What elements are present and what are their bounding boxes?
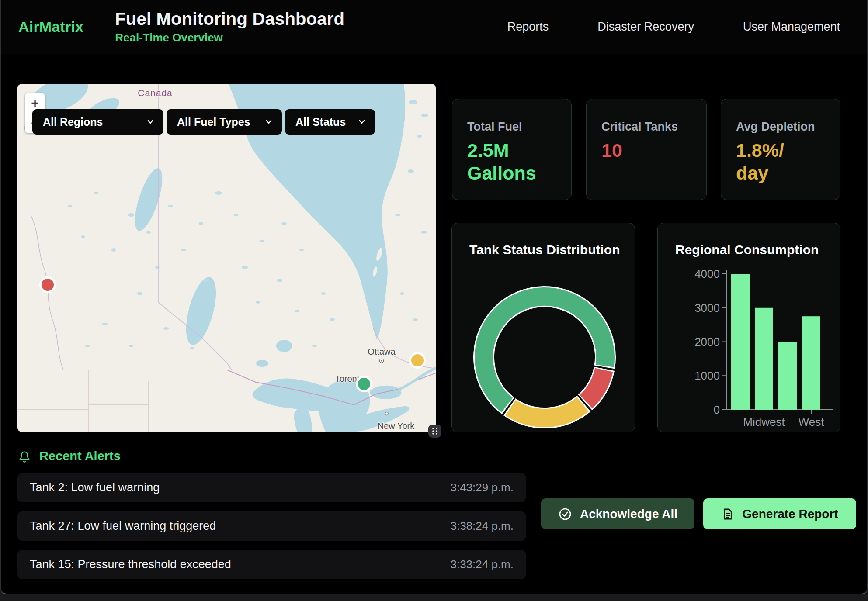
map-lake <box>256 360 268 367</box>
bar-2[interactable] <box>755 308 773 410</box>
regional-consumption-bar-chart[interactable]: 01000200030004000MidwestWest <box>658 223 841 433</box>
fuel-map[interactable]: Canada Ottawa Toronto New York + − All R… <box>17 84 436 432</box>
map-resize-handle[interactable] <box>428 425 441 438</box>
stat-card-total-fuel: Total Fuel 2.5M Gallons <box>452 99 572 200</box>
y-tick-label: 3000 <box>694 301 720 314</box>
alerts-header: Recent Alerts <box>18 449 121 463</box>
stat-card-critical-tanks: Critical Tanks 10 <box>586 99 707 200</box>
y-tick-label: 1000 <box>694 369 720 382</box>
acknowledge-all-label: Acknowledge All <box>580 507 677 521</box>
alert-message: Tank 2: Low fuel warning <box>30 481 160 494</box>
donut-chart-title: Tank Status Distribution <box>469 242 620 257</box>
map-marker-warning[interactable] <box>410 353 425 368</box>
brand-logo[interactable]: AirMatrix <box>18 18 83 35</box>
map-filter-bar: All Regions All Fuel Types All Status <box>32 109 375 135</box>
x-tick-label: West <box>799 415 825 428</box>
stat-label: Critical Tanks <box>601 120 692 134</box>
chevron-down-icon <box>264 117 273 126</box>
acknowledge-all-button[interactable]: Acknowledge All <box>541 498 694 529</box>
generate-report-label: Generate Report <box>742 507 838 521</box>
chevron-down-icon <box>146 117 155 126</box>
stat-value: 10 <box>601 139 682 162</box>
stat-label: Avg Depletion <box>736 120 826 134</box>
header: AirMatrix Fuel Monitoring Dashboard Real… <box>1 0 867 54</box>
check-circle-icon <box>558 507 572 521</box>
nav-user-management[interactable]: User Management <box>743 20 840 34</box>
map-marker-normal[interactable] <box>357 377 372 391</box>
bell-icon <box>18 450 31 463</box>
stat-value: 2.5M Gallons <box>467 139 548 185</box>
status-filter-dropdown[interactable]: All Status <box>285 109 375 135</box>
y-tick-label: 0 <box>714 403 720 416</box>
map-canvas[interactable]: Canada Ottawa Toronto New York <box>17 84 436 432</box>
fuel-type-filter-dropdown[interactable]: All Fuel Types <box>167 109 282 135</box>
map-marker-critical[interactable] <box>41 278 55 292</box>
map-label-new-york: New York <box>378 421 415 431</box>
bar-1[interactable] <box>731 274 750 410</box>
stat-label: Total Fuel <box>467 120 557 134</box>
status-filter-value: All Status <box>295 116 346 128</box>
chevron-down-icon <box>358 117 366 126</box>
page-title: Fuel Monitoring Dashboard <box>115 9 344 29</box>
alert-timestamp: 3:38:24 p.m. <box>450 519 514 533</box>
new-york-town-icon <box>385 412 389 415</box>
region-filter-value: All Regions <box>43 116 103 128</box>
alert-row[interactable]: Tank 15: Pressure threshold exceeded 3:3… <box>17 550 526 579</box>
nav-disaster-recovery[interactable]: Disaster Recovery <box>597 20 694 34</box>
bar-3[interactable] <box>778 342 797 410</box>
main-nav: Reports Disaster Recovery User Managemen… <box>507 20 867 34</box>
stat-card-avg-depletion: Avg Depletion 1.8%/ day <box>721 99 840 200</box>
nav-reports[interactable]: Reports <box>507 20 549 34</box>
dashboard-panel: AirMatrix Fuel Monitoring Dashboard Real… <box>0 0 868 594</box>
tank-status-card: Tank Status Distribution <box>451 223 635 432</box>
x-tick-label: Midwest <box>743 415 785 428</box>
alert-message: Tank 27: Low fuel warning triggered <box>30 519 216 533</box>
page-subtitle: Real-Time Overview <box>115 31 344 45</box>
map-label-ottawa: Ottawa <box>368 347 396 356</box>
donut-slice-yellow[interactable] <box>510 404 583 418</box>
bar-4[interactable] <box>802 316 820 410</box>
alert-message: Tank 15: Pressure threshold exceeded <box>30 558 231 571</box>
alert-timestamp: 3:33:24 p.m. <box>450 558 514 571</box>
alert-timestamp: 3:43:29 p.m. <box>450 481 514 494</box>
alerts-title: Recent Alerts <box>39 449 121 463</box>
map-label-canada: Canada <box>138 88 173 98</box>
donut-slice-red[interactable] <box>586 370 604 401</box>
tank-status-donut-chart[interactable] <box>471 284 618 431</box>
y-tick-label: 2000 <box>694 335 720 349</box>
map-lake <box>276 340 292 352</box>
fuel-type-filter-value: All Fuel Types <box>177 116 250 128</box>
region-filter-dropdown[interactable]: All Regions <box>32 109 163 135</box>
stat-value: 1.8%/ day <box>736 139 817 185</box>
report-document-icon <box>721 508 734 521</box>
ottawa-town-dot <box>381 360 382 362</box>
alert-row[interactable]: Tank 2: Low fuel warning 3:43:29 p.m. <box>17 473 526 502</box>
alert-row[interactable]: Tank 27: Low fuel warning triggered 3:38… <box>17 511 526 541</box>
title-block: Fuel Monitoring Dashboard Real-Time Over… <box>115 9 344 45</box>
regional-consumption-card: Regional Consumption 01000200030004000Mi… <box>657 223 840 432</box>
y-tick-label: 4000 <box>694 267 720 280</box>
generate-report-button[interactable]: Generate Report <box>703 498 856 529</box>
grip-dots-icon <box>431 427 438 435</box>
